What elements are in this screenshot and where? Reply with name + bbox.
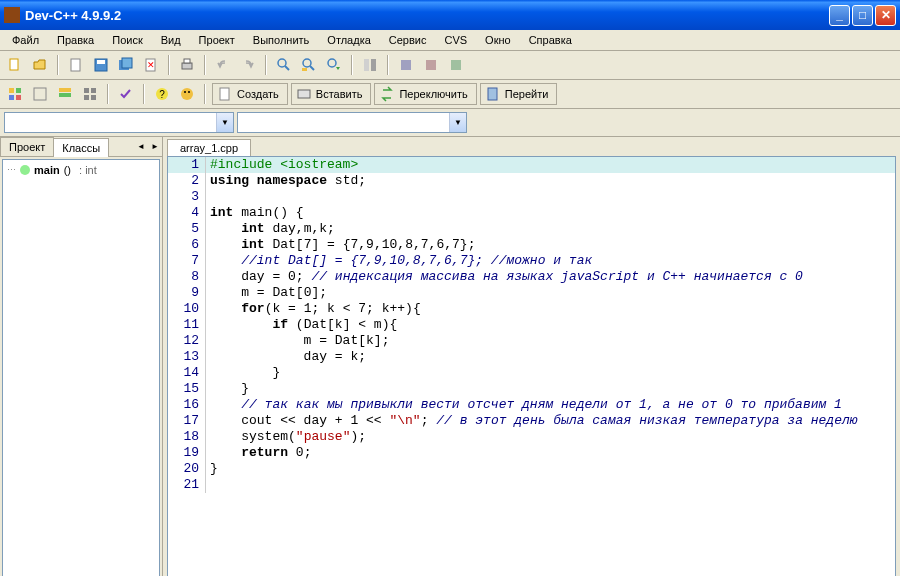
toolbar-views: ? Создать Вставить Переключить Перейти [0, 80, 900, 109]
code-line[interactable]: 5 int day,m,k; [168, 221, 895, 237]
svg-point-35 [184, 91, 186, 93]
find-icon[interactable] [273, 54, 295, 76]
insert-button[interactable]: Вставить [291, 83, 372, 105]
svg-rect-0 [10, 59, 18, 70]
toolbar-main: ✕ [0, 51, 900, 80]
open-icon[interactable] [29, 54, 51, 76]
tab-project[interactable]: Проект [0, 137, 54, 156]
find-next-icon[interactable] [323, 54, 345, 76]
code-line[interactable]: 14 } [168, 365, 895, 381]
view3-icon[interactable] [54, 83, 76, 105]
svg-rect-37 [220, 88, 229, 100]
file-tab[interactable]: array_1.cpp [167, 139, 251, 156]
code-line[interactable]: 3 [168, 189, 895, 205]
check-icon[interactable] [115, 83, 137, 105]
tree-node-main[interactable]: ⋯ main(): int [7, 164, 155, 176]
menu-отладка[interactable]: Отладка [319, 32, 378, 48]
menu-сервис[interactable]: Сервис [381, 32, 435, 48]
svg-rect-16 [364, 59, 369, 71]
create-button[interactable]: Создать [212, 83, 288, 105]
code-line[interactable]: 7 //int Dat[] = {7,9,10,8,7,6,7}; //можн… [168, 253, 895, 269]
svg-line-13 [310, 66, 314, 70]
svg-point-34 [181, 88, 193, 100]
menu-файл[interactable]: Файл [4, 32, 47, 48]
menu-выполнить[interactable]: Выполнить [245, 32, 317, 48]
code-line[interactable]: 8 day = 0; // индексация массива на язык… [168, 269, 895, 285]
code-line[interactable]: 2using namespace std; [168, 173, 895, 189]
view1-icon[interactable] [4, 83, 26, 105]
svg-rect-38 [298, 90, 310, 98]
svg-rect-23 [9, 95, 14, 100]
code-line[interactable]: 21 [168, 477, 895, 493]
svg-rect-22 [16, 88, 21, 93]
menu-правка[interactable]: Правка [49, 32, 102, 48]
class-tree[interactable]: ⋯ main(): int [2, 159, 160, 576]
replace-icon[interactable] [298, 54, 320, 76]
code-line[interactable]: 6 int Dat[7] = {7,9,10,8,7,6,7}; [168, 237, 895, 253]
svg-rect-21 [9, 88, 14, 93]
svg-point-15 [328, 59, 336, 67]
menu-окно[interactable]: Окно [477, 32, 519, 48]
code-line[interactable]: 13 day = k; [168, 349, 895, 365]
maximize-button[interactable]: □ [852, 5, 873, 26]
svg-rect-14 [302, 68, 307, 71]
undo-icon[interactable] [212, 54, 234, 76]
tab-next-icon[interactable]: ► [148, 139, 162, 155]
code-editor[interactable]: 1#include <iostream>2using namespace std… [167, 156, 896, 576]
code-line[interactable]: 11 if (Dat[k] < m){ [168, 317, 895, 333]
menu-проект[interactable]: Проект [191, 32, 243, 48]
code-line[interactable]: 19 return 0; [168, 445, 895, 461]
code-line[interactable]: 17 cout << day + 1 << "\n"; // в этот де… [168, 413, 895, 429]
code-line[interactable]: 18 system("pause"); [168, 429, 895, 445]
help-icon[interactable]: ? [151, 83, 173, 105]
book2-icon[interactable] [420, 54, 442, 76]
code-line[interactable]: 4int main() { [168, 205, 895, 221]
svg-rect-1 [71, 59, 80, 71]
new-file-icon[interactable] [4, 54, 26, 76]
view2-icon[interactable] [29, 83, 51, 105]
editor-pane: array_1.cpp 1#include <iostream>2using n… [163, 137, 900, 576]
titlebar: Dev-C++ 4.9.9.2 _ □ ✕ [0, 0, 900, 30]
redo-icon[interactable] [237, 54, 259, 76]
svg-rect-25 [34, 88, 46, 100]
combo-left[interactable]: ▼ [4, 112, 234, 133]
save-all-icon[interactable] [115, 54, 137, 76]
minimize-button[interactable]: _ [829, 5, 850, 26]
code-line[interactable]: 20} [168, 461, 895, 477]
goto-button[interactable]: Перейти [480, 83, 558, 105]
menu-вид[interactable]: Вид [153, 32, 189, 48]
about-icon[interactable] [176, 83, 198, 105]
code-line[interactable]: 16 // так как мы привыкли вести отсчет д… [168, 397, 895, 413]
window-title: Dev-C++ 4.9.9.2 [25, 8, 829, 23]
tab-classes[interactable]: Классы [53, 138, 109, 157]
code-line[interactable]: 9 m = Dat[0]; [168, 285, 895, 301]
book3-icon[interactable] [445, 54, 467, 76]
tab-prev-icon[interactable]: ◄ [134, 139, 148, 155]
svg-rect-9 [184, 59, 190, 63]
switch-button[interactable]: Переключить [374, 83, 476, 105]
view4-icon[interactable] [79, 83, 101, 105]
svg-rect-18 [401, 60, 411, 70]
combo-right[interactable]: ▼ [237, 112, 467, 133]
code-line[interactable]: 10 for(k = 1; k < 7; k++){ [168, 301, 895, 317]
save-icon[interactable] [90, 54, 112, 76]
compile-icon[interactable] [359, 54, 381, 76]
close-button[interactable]: ✕ [875, 5, 896, 26]
svg-rect-24 [16, 95, 21, 100]
menu-справка[interactable]: Справка [521, 32, 580, 48]
print-icon[interactable] [176, 54, 198, 76]
svg-text:✕: ✕ [147, 60, 155, 70]
svg-rect-3 [97, 60, 105, 64]
file-icon[interactable] [65, 54, 87, 76]
svg-text:?: ? [159, 89, 165, 100]
book-icon[interactable] [395, 54, 417, 76]
code-line[interactable]: 1#include <iostream> [168, 157, 895, 173]
menu-поиск[interactable]: Поиск [104, 32, 150, 48]
code-line[interactable]: 15 } [168, 381, 895, 397]
close-file-icon[interactable]: ✕ [140, 54, 162, 76]
code-line[interactable]: 12 m = Dat[k]; [168, 333, 895, 349]
menu-cvs[interactable]: CVS [436, 32, 475, 48]
svg-rect-5 [122, 58, 132, 68]
svg-rect-39 [488, 88, 497, 100]
svg-rect-30 [84, 95, 89, 100]
